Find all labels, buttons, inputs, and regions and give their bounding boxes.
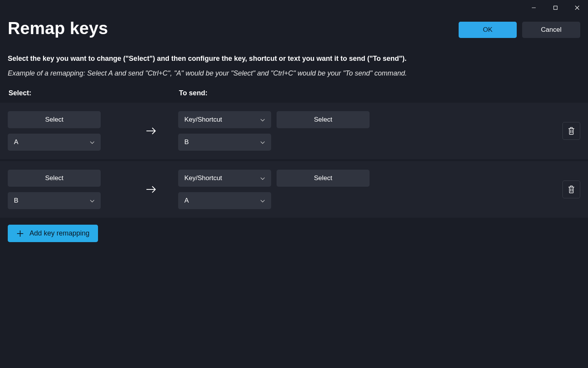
example-text: Example of a remapping: Select A and sen… [8, 69, 580, 77]
close-icon [575, 5, 579, 10]
tosend-key-value: B [184, 138, 189, 146]
tosend-type-dropdown[interactable]: Key/Shortcut [178, 170, 271, 187]
tosend-type-value: Key/Shortcut [184, 174, 222, 182]
tosend-type-value: Key/Shortcut [184, 116, 222, 124]
tosend-section: Key/Shortcut B Select [178, 111, 562, 151]
select-key-value: A [14, 138, 18, 146]
select-key-button[interactable]: Select [8, 170, 101, 187]
column-headers: Select: To send: [8, 89, 580, 103]
column-header-tosend: To send: [179, 89, 208, 97]
tosend-select-button[interactable]: Select [277, 111, 370, 128]
tosend-section: Key/Shortcut A Select [178, 170, 562, 209]
arrow-right-icon [146, 185, 156, 194]
titlebar [0, 0, 588, 15]
select-key-dropdown[interactable]: B [8, 192, 101, 209]
add-remapping-button[interactable]: Add key remapping [8, 225, 98, 242]
delete-row-button[interactable] [562, 181, 580, 198]
select-section: Select B [8, 170, 124, 209]
ok-button[interactable]: OK [459, 22, 517, 38]
page-title: Remap keys [8, 19, 108, 38]
trash-icon [567, 185, 575, 194]
tosend-select-button[interactable]: Select [277, 170, 370, 187]
delete-row-button[interactable] [562, 122, 580, 140]
chevron-down-icon [90, 198, 95, 204]
minimize-icon [531, 5, 536, 10]
tosend-key-dropdown[interactable]: A [178, 192, 271, 209]
plus-icon [16, 230, 24, 237]
close-button[interactable] [566, 0, 588, 15]
minimize-button[interactable] [523, 0, 545, 15]
chevron-down-icon [90, 139, 95, 145]
select-key-dropdown[interactable]: A [8, 134, 101, 151]
select-section: Select A [8, 111, 124, 151]
maximize-icon [553, 5, 558, 10]
chevron-down-icon [260, 175, 265, 181]
cancel-button[interactable]: Cancel [522, 22, 580, 38]
chevron-down-icon [260, 117, 265, 123]
instruction-text: Select the key you want to change ("Sele… [8, 53, 580, 64]
action-buttons: OK Cancel [459, 22, 580, 38]
trash-icon [567, 127, 575, 135]
svg-rect-1 [554, 6, 557, 10]
remap-row: Select B Key/Shortcut [0, 161, 588, 218]
chevron-down-icon [260, 198, 265, 204]
maximize-button[interactable] [545, 0, 566, 15]
arrow-section [124, 185, 178, 194]
remap-row: Select A Key/Shortcut [0, 103, 588, 159]
column-header-select: Select: [9, 89, 179, 97]
add-button-label: Add key remapping [29, 229, 89, 237]
tosend-key-value: A [184, 197, 189, 205]
arrow-section [124, 127, 178, 135]
tosend-key-dropdown[interactable]: B [178, 134, 271, 151]
tosend-type-dropdown[interactable]: Key/Shortcut [178, 111, 271, 128]
chevron-down-icon [260, 139, 265, 145]
select-key-button[interactable]: Select [8, 111, 101, 128]
select-key-value: B [14, 197, 18, 205]
arrow-right-icon [146, 127, 156, 135]
